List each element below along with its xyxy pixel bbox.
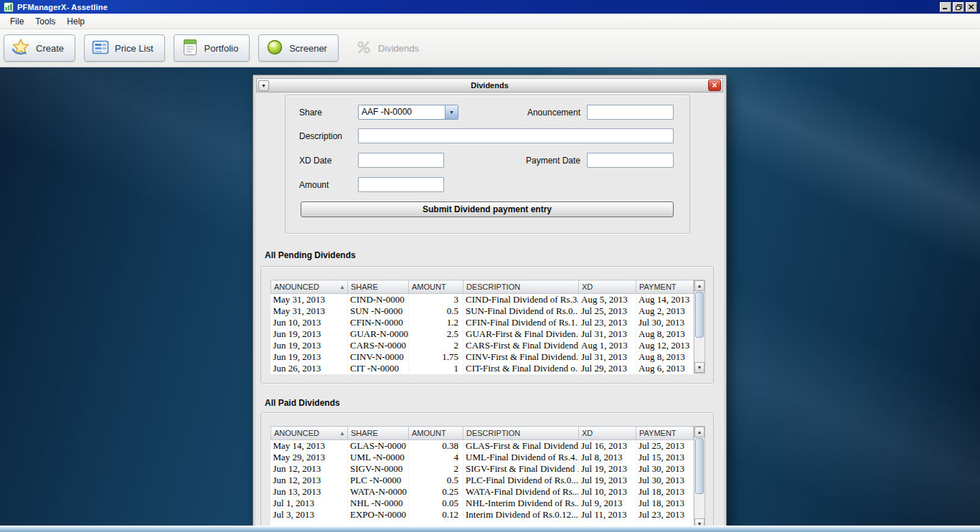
chevron-down-icon[interactable]: ▼ xyxy=(445,105,458,119)
cell-xd: Jul 11, 2013 xyxy=(579,509,636,521)
dividends-dialog: ▼ Dividends × Share AAF -N-0000 ▼ Anounc… xyxy=(253,75,727,526)
cell-xd: Aug 1, 2013 xyxy=(579,340,636,351)
pending-dividends-table[interactable]: ANOUNCED▲ SHARE AMOUNT DESCRIPTION XD PA… xyxy=(270,280,694,374)
cell-anounced: May 31, 2013 xyxy=(271,305,348,317)
cell-anounced: Jun 19, 2013 xyxy=(271,340,348,351)
price-list-icon xyxy=(91,38,110,59)
table-row[interactable]: May 14, 2013 GLAS-N-0000 0.38 GLAS-First… xyxy=(271,440,694,452)
table-row[interactable]: Jun 19, 2013 GUAR-N-0000 2.5 GUAR-First … xyxy=(271,328,694,340)
cell-amount: 0.5 xyxy=(409,475,463,486)
table-row[interactable]: Jun 19, 2013 CARS-N-0000 2 CARS-First & … xyxy=(271,340,694,351)
table-row[interactable]: Jun 12, 2013 PLC -N-0000 0.5 PLC-Final D… xyxy=(271,475,694,486)
portfolio-button[interactable]: Portfolio xyxy=(174,34,250,62)
cell-anounced: Jul 1, 2013 xyxy=(271,498,348,509)
menu-item[interactable]: File xyxy=(4,14,29,29)
vertical-scrollbar[interactable]: ▲ ▼ xyxy=(694,280,705,374)
scroll-up-button[interactable]: ▲ xyxy=(694,427,705,437)
cell-xd: Jul 19, 2013 xyxy=(579,463,636,475)
dialog-title: Dividends xyxy=(257,81,722,90)
payment-date-input[interactable] xyxy=(587,153,674,168)
column-header-amount[interactable]: AMOUNT xyxy=(409,280,463,294)
table-row[interactable]: May 31, 2013 CIND-N-0000 3 CIND-Final Di… xyxy=(271,294,694,306)
cell-amount: 0.12 xyxy=(409,509,463,521)
cell-share: WATA-N-0000 xyxy=(348,486,409,498)
table-row[interactable]: Jul 1, 2013 NHL -N-0000 0.05 NHL-Interim… xyxy=(271,498,694,509)
table-header-row: ANOUNCED▲ SHARE AMOUNT DESCRIPTION XD PA… xyxy=(271,280,694,294)
cell-description: SIGV-First & Final Dividend ... xyxy=(463,463,579,475)
table-row[interactable]: Jun 12, 2013 SIGV-N-0000 2 SIGV-First & … xyxy=(271,463,694,475)
cell-amount: 2.5 xyxy=(409,328,463,340)
cell-xd: Jul 19, 2013 xyxy=(579,475,636,486)
column-header-payment[interactable]: PAYMENT xyxy=(636,427,694,440)
cell-share: CIT -N-0000 xyxy=(348,363,409,374)
submit-dividend-button[interactable]: Submit Dividend payment entry xyxy=(301,201,674,217)
column-header-xd[interactable]: XD xyxy=(579,427,636,440)
table-row[interactable]: Jun 13, 2013 WATA-N-0000 0.25 WATA-Final… xyxy=(271,486,694,498)
column-header-description[interactable]: DESCRIPTION xyxy=(463,280,579,294)
table-row[interactable]: May 31, 2013 SUN -N-0000 0.5 SUN-Final D… xyxy=(271,305,694,317)
create-button[interactable]: Create xyxy=(4,34,75,62)
column-header-anounced[interactable]: ANOUNCED▲ xyxy=(271,280,348,294)
restore-button[interactable] xyxy=(953,2,964,12)
price-list-button[interactable]: Price List xyxy=(84,34,164,62)
cell-xd: Jul 16, 2013 xyxy=(579,440,636,452)
cell-description: CFIN-Final Dividend of Rs.1... xyxy=(463,317,579,328)
cell-xd: Jul 25, 2013 xyxy=(579,305,636,317)
column-header-payment[interactable]: PAYMENT xyxy=(636,280,694,294)
column-header-description[interactable]: DESCRIPTION xyxy=(463,427,579,440)
scroll-up-button[interactable]: ▲ xyxy=(694,280,705,291)
dialog-collapse-button[interactable]: ▼ xyxy=(258,80,269,91)
cell-description: CARS-First & Final Dividend... xyxy=(463,340,579,351)
column-header-amount[interactable]: AMOUNT xyxy=(409,427,463,440)
table-row[interactable]: Jun 19, 2013 CINV-N-0000 1.75 CINV-First… xyxy=(271,351,694,363)
chevron-down-icon: ▼ xyxy=(261,83,266,88)
dialog-titlebar[interactable]: ▼ Dividends × xyxy=(256,78,723,92)
cell-anounced: Jun 26, 2013 xyxy=(271,363,348,374)
table-row[interactable]: Jun 10, 2013 CFIN-N-0000 1.2 CFIN-Final … xyxy=(271,317,694,328)
amount-input[interactable] xyxy=(358,177,444,192)
cell-anounced: May 31, 2013 xyxy=(271,294,348,306)
cell-share: CFIN-N-0000 xyxy=(348,317,409,328)
column-header-share[interactable]: SHARE xyxy=(348,280,409,294)
column-header-share[interactable]: SHARE xyxy=(348,427,409,440)
cell-payment: Jul 23, 2013 xyxy=(636,509,694,521)
cell-amount: 3 xyxy=(409,294,463,306)
cell-anounced: Jun 13, 2013 xyxy=(271,486,348,498)
close-button[interactable] xyxy=(966,2,977,12)
table-row[interactable]: Jun 26, 2013 CIT -N-0000 1 CIT-First & F… xyxy=(271,363,694,374)
table-row[interactable]: Jul 3, 2013 EXPO-N-0000 0.12 Interim Div… xyxy=(271,509,694,521)
share-combobox[interactable]: AAF -N-0000 ▼ xyxy=(358,105,458,120)
table-row[interactable]: May 29, 2013 UML -N-0000 4 UML-Final Div… xyxy=(271,452,694,463)
column-header-anounced[interactable]: ANOUNCED▲ xyxy=(271,427,348,440)
cell-amount: 2 xyxy=(409,340,463,351)
cell-anounced: Jun 19, 2013 xyxy=(271,351,348,363)
cell-share: NHL -N-0000 xyxy=(348,498,409,509)
minimize-icon xyxy=(943,4,948,9)
window-titlebar[interactable]: PFManagerX- Assetline xyxy=(0,0,980,14)
cell-xd: Aug 5, 2013 xyxy=(579,294,636,306)
announcement-label: Anouncement xyxy=(479,105,580,120)
cell-xd: Jul 31, 2013 xyxy=(579,351,636,363)
menu-item[interactable]: Help xyxy=(61,14,90,29)
dialog-close-button[interactable]: × xyxy=(708,80,721,91)
column-header-xd[interactable]: XD xyxy=(579,280,636,294)
cell-amount: 4 xyxy=(409,452,463,463)
minimize-button[interactable] xyxy=(940,2,951,12)
scrollbar-thumb[interactable] xyxy=(695,292,704,338)
menu-item[interactable]: Tools xyxy=(29,14,61,29)
scroll-down-button[interactable]: ▼ xyxy=(694,362,705,373)
cell-payment: Jul 30, 2013 xyxy=(636,317,694,328)
xd-date-input[interactable] xyxy=(358,153,444,168)
paid-dividends-table[interactable]: ANOUNCED▲ SHARE AMOUNT DESCRIPTION XD PA… xyxy=(270,426,694,521)
vertical-scrollbar[interactable]: ▲ ▼ xyxy=(694,426,705,526)
payment-date-label: Payment Date xyxy=(479,153,580,168)
portfolio-notebook-icon xyxy=(181,38,199,59)
scroll-down-button[interactable]: ▼ xyxy=(694,518,705,526)
description-input[interactable] xyxy=(358,128,674,143)
cell-share: CIND-N-0000 xyxy=(348,294,409,306)
announcement-input[interactable] xyxy=(587,105,674,120)
xd-date-label: XD Date xyxy=(299,153,331,168)
cell-description: Interim Dividend of Rs.0.12... xyxy=(463,509,579,521)
scrollbar-thumb[interactable] xyxy=(695,438,704,494)
screener-button[interactable]: Screener xyxy=(258,34,339,62)
